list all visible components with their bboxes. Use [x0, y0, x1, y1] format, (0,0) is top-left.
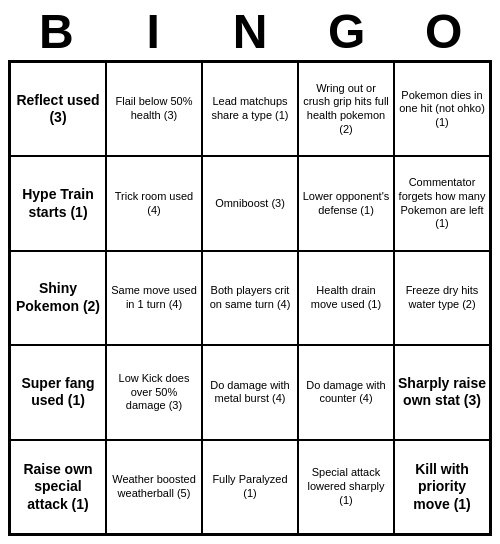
bingo-letter: I [109, 8, 197, 56]
bingo-cell-5[interactable]: Hype Train starts (1) [10, 156, 106, 250]
bingo-cell-18[interactable]: Do damage with counter (4) [298, 345, 394, 439]
bingo-cell-3[interactable]: Wring out or crush grip hits full health… [298, 62, 394, 156]
bingo-cell-20[interactable]: Raise own special attack (1) [10, 440, 106, 534]
bingo-cell-10[interactable]: Shiny Pokemon (2) [10, 251, 106, 345]
bingo-cell-19[interactable]: Sharply raise own stat (3) [394, 345, 490, 439]
bingo-cell-8[interactable]: Lower opponent's defense (1) [298, 156, 394, 250]
bingo-letter: O [400, 8, 488, 56]
bingo-cell-6[interactable]: Trick room used (4) [106, 156, 202, 250]
bingo-letter: N [206, 8, 294, 56]
bingo-grid: Reflect used (3)Flail below 50% health (… [8, 60, 492, 536]
bingo-cell-12[interactable]: Both players crit on same turn (4) [202, 251, 298, 345]
bingo-cell-15[interactable]: Super fang used (1) [10, 345, 106, 439]
bingo-letter: B [12, 8, 100, 56]
bingo-cell-11[interactable]: Same move used in 1 turn (4) [106, 251, 202, 345]
bingo-cell-7[interactable]: Omniboost (3) [202, 156, 298, 250]
bingo-title: BINGO [8, 8, 492, 56]
bingo-cell-14[interactable]: Freeze dry hits water type (2) [394, 251, 490, 345]
bingo-cell-0[interactable]: Reflect used (3) [10, 62, 106, 156]
bingo-cell-17[interactable]: Do damage with metal burst (4) [202, 345, 298, 439]
bingo-cell-21[interactable]: Weather boosted weatherball (5) [106, 440, 202, 534]
bingo-cell-24[interactable]: Kill with priority move (1) [394, 440, 490, 534]
bingo-cell-4[interactable]: Pokemon dies in one hit (not ohko) (1) [394, 62, 490, 156]
bingo-cell-1[interactable]: Flail below 50% health (3) [106, 62, 202, 156]
bingo-letter: G [303, 8, 391, 56]
bingo-cell-9[interactable]: Commentator forgets how many Pokemon are… [394, 156, 490, 250]
bingo-cell-22[interactable]: Fully Paralyzed (1) [202, 440, 298, 534]
bingo-cell-16[interactable]: Low Kick does over 50% damage (3) [106, 345, 202, 439]
bingo-cell-23[interactable]: Special attack lowered sharply (1) [298, 440, 394, 534]
bingo-cell-2[interactable]: Lead matchups share a type (1) [202, 62, 298, 156]
bingo-cell-13[interactable]: Health drain move used (1) [298, 251, 394, 345]
